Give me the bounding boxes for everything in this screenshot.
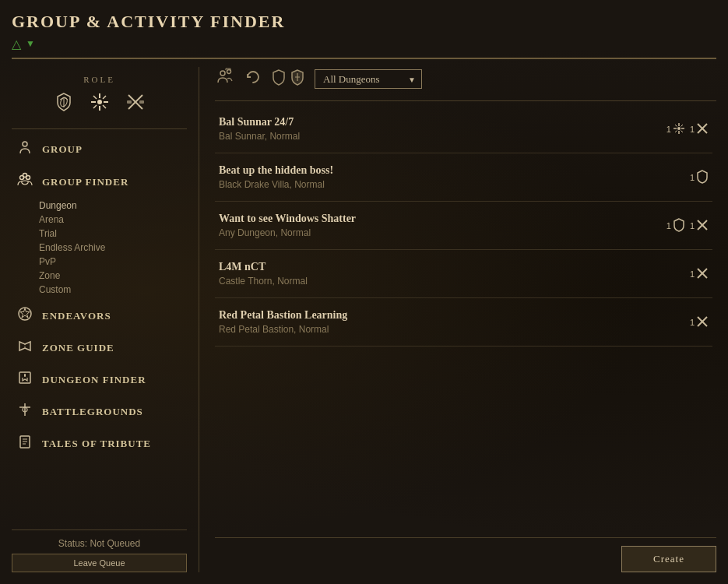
- subitem-zone[interactable]: Zone: [39, 269, 187, 283]
- player-dropdown-arrow[interactable]: ▼: [26, 38, 35, 50]
- healer-role-icon[interactable]: [90, 92, 110, 117]
- nav-group-finder-label: GROUP FINDER: [42, 176, 128, 188]
- role-badge-melee: 1: [690, 122, 709, 136]
- role-label: ROLE: [12, 75, 187, 84]
- melee4-icon: [696, 315, 709, 329]
- svg-point-2: [97, 100, 102, 104]
- listing-roles: 1: [690, 170, 709, 185]
- create-button[interactable]: Create: [621, 546, 716, 572]
- listing-item[interactable]: L4M nCT Castle Thorn, Normal 1: [215, 250, 712, 298]
- svg-point-27: [220, 71, 225, 76]
- listing-title: Bal Sunnar 24/7: [219, 116, 666, 128]
- role-badge-melee4: 1: [690, 315, 709, 329]
- nav-group[interactable]: GROUP: [12, 133, 187, 165]
- listing-roles: 1: [690, 267, 709, 281]
- tales-icon: [16, 434, 34, 453]
- dungeon-filter-select[interactable]: All Dungeons Normal Dungeons Veteran Dun…: [315, 69, 422, 89]
- svg-line-40: [675, 130, 677, 132]
- role-badge-melee2: 1: [690, 219, 709, 233]
- nav-battlegrounds-label: BATTLEGROUNDS: [42, 406, 143, 418]
- subitem-arena[interactable]: Arena: [39, 213, 187, 227]
- shield-outline-icon[interactable]: [271, 69, 287, 90]
- subitem-trial[interactable]: Trial: [39, 227, 187, 241]
- nav-endeavors-label: ENDEAVORS: [42, 310, 111, 322]
- subitem-endless-archive[interactable]: Endless Archive: [39, 241, 187, 255]
- nav-dungeon-finder-label: DUNGEON FINDER: [42, 374, 146, 386]
- right-panel: All Dungeons Normal Dungeons Veteran Dun…: [199, 67, 716, 572]
- svg-line-38: [681, 130, 683, 132]
- listing-title: L4M nCT: [219, 261, 690, 273]
- svg-rect-14: [139, 100, 144, 104]
- shield-filled-icon[interactable]: [290, 69, 305, 90]
- tank-icon: [696, 170, 709, 185]
- nav-zone-guide[interactable]: ZONE GUIDE: [12, 332, 187, 364]
- dungeon-finder-icon: [16, 370, 34, 389]
- listing-title: Want to see Windows Shatter: [219, 213, 666, 225]
- player-icon: △: [12, 37, 21, 51]
- svg-line-7: [93, 96, 97, 99]
- svg-line-9: [103, 96, 106, 99]
- role-badge-tank: 1: [690, 170, 709, 185]
- listing-subtitle: Castle Thorn, Normal: [219, 276, 690, 287]
- listing-subtitle: Any Dungeon, Normal: [219, 227, 666, 238]
- listing-title: Red Petal Bastion Learning: [219, 309, 690, 322]
- svg-line-10: [93, 105, 97, 108]
- listing-item[interactable]: Beat up the hidden boss! Black Drake Vil…: [215, 153, 712, 202]
- svg-line-39: [681, 125, 683, 127]
- dps-burst-icon: [673, 122, 685, 136]
- melee2-icon: [696, 219, 709, 233]
- listing-item[interactable]: Bal Sunnar 24/7 Bal Sunnar, Normal 1: [215, 105, 712, 153]
- group-finder-subitems: Dungeon Arena Trial Endless Archive PvP …: [12, 199, 187, 297]
- subitem-pvp[interactable]: PvP: [39, 255, 187, 269]
- melee-icon: [696, 122, 709, 136]
- bottom-bar: Create: [215, 537, 716, 572]
- listing-subtitle: Black Drake Villa, Normal: [219, 179, 690, 190]
- group-size-icon[interactable]: [215, 67, 235, 91]
- tank-role-icon[interactable]: [54, 92, 74, 117]
- shield-icons: [271, 69, 305, 90]
- nav-battlegrounds[interactable]: BATTLEGROUNDS: [12, 396, 187, 427]
- subitem-custom[interactable]: Custom: [39, 283, 187, 297]
- status-bar: Status: Not Queued Leave Queue: [12, 529, 187, 572]
- svg-line-8: [103, 105, 106, 108]
- status-text: Status: Not Queued: [12, 538, 187, 549]
- sidebar: ROLE: [12, 67, 199, 572]
- nav-tales-label: TALES OF TRIBUTE: [42, 438, 151, 450]
- nav-tales[interactable]: TALES OF TRIBUTE: [12, 427, 187, 459]
- battlegrounds-icon: [16, 402, 34, 421]
- nav-dungeon-finder[interactable]: DUNGEON FINDER: [12, 364, 187, 396]
- role-badge-tank: 1: [666, 218, 685, 234]
- listings-container: Bal Sunnar 24/7 Bal Sunnar, Normal 1: [215, 105, 716, 537]
- nav-endeavors[interactable]: ENDEAVORS: [12, 300, 187, 332]
- role-badge-dps: 1: [666, 122, 685, 136]
- listing-roles: 1: [690, 315, 709, 329]
- tank2-icon: [673, 218, 685, 234]
- refresh-icon[interactable]: [244, 69, 262, 90]
- nav-zone-guide-label: ZONE GUIDE: [42, 342, 114, 354]
- header: GROUP & ACTIVITY FINDER △ ▼: [12, 12, 716, 59]
- listing-item[interactable]: Red Petal Bastion Learning Red Petal Bas…: [215, 298, 712, 347]
- endeavors-icon: [16, 306, 34, 325]
- nav-section: GROUP GROUP FINDER: [12, 129, 187, 529]
- listing-roles: 1: [666, 122, 709, 136]
- listing-item[interactable]: Want to see Windows Shatter Any Dungeon,…: [215, 202, 712, 250]
- nav-group-finder[interactable]: GROUP FINDER: [12, 165, 187, 199]
- role-section: ROLE: [12, 67, 187, 129]
- svg-rect-13: [127, 100, 132, 104]
- svg-point-18: [23, 174, 27, 178]
- filter-bar: All Dungeons Normal Dungeons Veteran Dun…: [215, 67, 716, 101]
- page-title: GROUP & ACTIVITY FINDER: [12, 12, 716, 32]
- svg-point-15: [23, 142, 27, 146]
- dungeon-filter-wrapper[interactable]: All Dungeons Normal Dungeons Veteran Dun…: [315, 69, 422, 89]
- group-icon: [16, 139, 34, 159]
- zone-guide-icon: [16, 338, 34, 357]
- dps-role-icon[interactable]: [125, 92, 146, 117]
- listing-title: Beat up the hidden boss!: [219, 164, 690, 177]
- melee3-icon: [696, 267, 709, 281]
- svg-line-37: [675, 125, 677, 127]
- leave-queue-button[interactable]: Leave Queue: [12, 554, 187, 572]
- subitem-dungeon[interactable]: Dungeon: [39, 199, 187, 213]
- listing-subtitle: Red Petal Bastion, Normal: [219, 324, 690, 335]
- listing-roles: 1 1: [666, 218, 709, 234]
- role-badge-melee3: 1: [690, 267, 709, 281]
